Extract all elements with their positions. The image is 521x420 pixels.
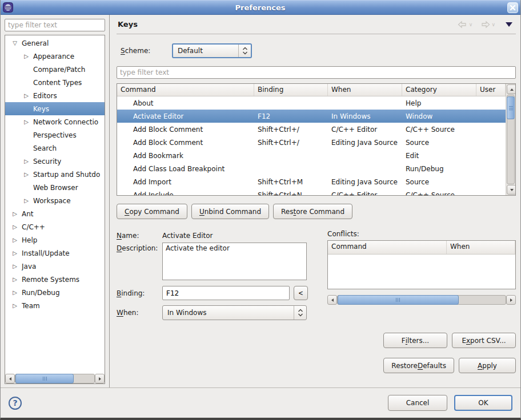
table-row[interactable]: AboutHelp — [117, 96, 506, 110]
view-menu-icon[interactable] — [506, 22, 512, 27]
expand-icon[interactable] — [11, 220, 19, 233]
expand-icon[interactable] — [22, 155, 30, 168]
forward-button[interactable]: ∨ — [479, 20, 495, 29]
column-header-command[interactable]: Command — [117, 84, 254, 96]
description-label: Description: — [117, 243, 162, 280]
page-title: Keys — [118, 20, 138, 29]
sidebar-item-ant[interactable]: Ant — [5, 207, 105, 220]
scroll-up-button[interactable] — [507, 84, 516, 94]
unbind-command-button[interactable]: Unbind Command — [191, 204, 269, 219]
scroll-left-button[interactable] — [5, 374, 15, 383]
expand-icon[interactable] — [11, 207, 19, 220]
column-header-binding[interactable]: Binding — [254, 84, 328, 96]
conflicts-column-command[interactable]: Command — [328, 241, 447, 254]
expand-icon[interactable] — [22, 50, 30, 63]
binding-input[interactable] — [162, 286, 290, 300]
restore-defaults-button[interactable]: Restore Defaults — [383, 358, 454, 373]
conflicts-column-when[interactable]: When — [447, 241, 515, 254]
sidebar-item-team[interactable]: Team — [5, 299, 105, 312]
table-row[interactable]: Add Block CommentShift+Ctrl+/C/C++ Edito… — [117, 123, 506, 136]
scroll-track[interactable] — [507, 95, 515, 184]
column-header-when[interactable]: When — [328, 84, 402, 96]
question-mark-icon: ? — [13, 398, 17, 407]
scroll-thumb[interactable] — [507, 96, 515, 119]
sidebar-item-compare-patch[interactable]: Compare/Patch — [5, 63, 105, 76]
table-row[interactable]: Add BookmarkEdit — [117, 149, 506, 162]
table-row-selected[interactable]: Activate EditorF12In WindowsWindow — [117, 110, 506, 123]
scheme-select[interactable]: Default — [172, 43, 252, 58]
eclipse-icon — [3, 2, 13, 13]
scroll-right-button[interactable] — [95, 374, 105, 383]
scroll-down-button[interactable] — [507, 185, 516, 195]
sidebar-item-content-types[interactable]: Content Types — [5, 76, 105, 89]
export-csv-button[interactable]: Export CSV... — [452, 333, 516, 348]
preferences-tree: General Appearance Compare/Patch Content… — [5, 35, 105, 384]
sidebar-item-java[interactable]: Java — [5, 260, 105, 273]
expand-icon[interactable] — [11, 299, 19, 312]
key-bindings-table: Command Binding When Category User About… — [117, 83, 516, 196]
scroll-right-button[interactable] — [506, 295, 516, 305]
sidebar-item-perspectives[interactable]: Perspectives — [5, 128, 105, 142]
sidebar-item-security[interactable]: Security — [5, 155, 105, 168]
expand-icon[interactable] — [11, 286, 19, 299]
sidebar-item-startup-shutdown[interactable]: Startup and Shutdo — [5, 168, 105, 181]
table-row[interactable]: Add Class Load BreakpointRun/Debug — [117, 162, 506, 175]
column-header-user[interactable]: User — [476, 84, 506, 96]
sidebar-item-remote-systems[interactable]: Remote Systems — [5, 273, 105, 286]
sidebar-item-web-browser[interactable]: Web Browser — [5, 181, 105, 194]
sidebar-item-c-cpp[interactable]: C/C++ — [5, 220, 105, 233]
sidebar-item-workspace[interactable]: Workspace — [5, 194, 105, 207]
scroll-track[interactable] — [15, 374, 95, 383]
sidebar-item-keys[interactable]: Keys — [5, 102, 105, 115]
expand-icon[interactable] — [11, 260, 19, 273]
sidebar-filter-input[interactable] — [5, 19, 105, 31]
forward-menu-chevron-icon[interactable]: ∨ — [491, 22, 495, 27]
table-header-row: Command Binding When Category User — [117, 84, 506, 96]
sidebar-item-search[interactable]: Search — [5, 142, 105, 155]
description-textarea[interactable]: Activate the editor — [162, 243, 307, 280]
sidebar-item-network-connections[interactable]: Network Connectio — [5, 115, 105, 128]
sidebar-item-help[interactable]: Help — [5, 233, 105, 247]
expand-icon[interactable] — [11, 273, 19, 286]
table-row[interactable]: Add IncludeShift+Ctrl+NC/C++ EditorC/C++… — [117, 188, 506, 195]
collapse-icon[interactable] — [11, 37, 19, 50]
sidebar-item-run-debug[interactable]: Run/Debug — [5, 286, 105, 299]
expand-icon[interactable] — [22, 194, 30, 207]
conflicts-table: Command When — [327, 240, 516, 289]
sidebar-horizontal-scrollbar[interactable] — [5, 374, 105, 383]
sidebar-item-general[interactable]: General — [5, 37, 105, 50]
expand-icon[interactable] — [11, 247, 19, 260]
expand-icon[interactable] — [22, 115, 30, 128]
table-vertical-scrollbar[interactable] — [506, 84, 515, 195]
restore-command-button[interactable]: Restore Command — [273, 204, 352, 219]
scroll-thumb[interactable] — [15, 374, 74, 383]
expand-icon[interactable] — [22, 89, 30, 102]
conflicts-horizontal-scrollbar[interactable] — [327, 295, 516, 305]
back-button[interactable]: ∨ — [457, 20, 473, 29]
table-row[interactable]: Add Block CommentShift+Ctrl+/Editing Jav… — [117, 136, 506, 149]
scroll-track[interactable] — [337, 295, 506, 305]
command-filter-input[interactable] — [117, 66, 516, 79]
filters-button[interactable]: Filters... — [383, 333, 447, 348]
column-header-category[interactable]: Category — [402, 84, 476, 96]
name-label: Name: — [117, 232, 162, 240]
copy-command-button[interactable]: Copy Command — [117, 204, 187, 219]
ok-button[interactable]: OK — [454, 395, 512, 411]
expand-icon[interactable] — [11, 233, 19, 247]
binding-history-button[interactable]: < — [294, 286, 308, 300]
apply-button[interactable]: Apply — [459, 358, 516, 373]
when-label: When: — [117, 309, 162, 317]
scroll-thumb[interactable] — [338, 295, 459, 305]
scroll-left-button[interactable] — [327, 295, 337, 305]
close-button[interactable] — [507, 2, 518, 13]
sidebar-item-appearance[interactable]: Appearance — [5, 50, 105, 63]
cancel-button[interactable]: Cancel — [388, 395, 447, 411]
back-menu-chevron-icon[interactable]: ∨ — [469, 22, 473, 27]
when-select[interactable]: In Windows — [162, 305, 307, 320]
expand-icon[interactable] — [22, 168, 30, 181]
table-row[interactable]: Add ImportShift+Ctrl+MEditing Java Sourc… — [117, 175, 506, 188]
help-button[interactable]: ? — [9, 397, 22, 410]
sidebar-item-install-update[interactable]: Install/Update — [5, 247, 105, 260]
sidebar-item-editors[interactable]: Editors — [5, 89, 105, 102]
binding-label: Binding: — [117, 289, 162, 297]
